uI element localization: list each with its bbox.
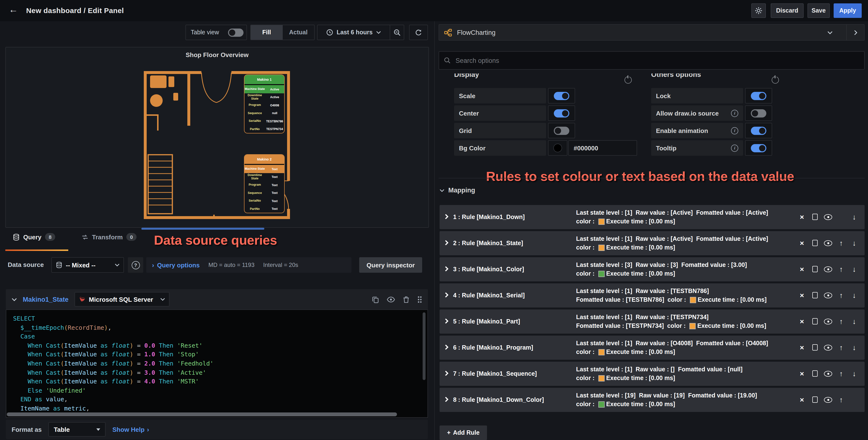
rule-row[interactable]: 3 : Rule [Makino1_Color]Last state level… <box>440 257 865 281</box>
panel-resize-indicator[interactable] <box>142 228 264 230</box>
rule-row[interactable]: 8 : Rule [Makino1_Down_Color]Last state … <box>440 388 865 412</box>
chevron-right-icon[interactable] <box>444 318 449 324</box>
query-datasource-select[interactable]: Microsoft SQL Server <box>74 292 169 307</box>
rule-row[interactable]: 5 : Rule [Makino1_Part]Last state level … <box>440 309 865 334</box>
toggle-lock[interactable] <box>745 88 772 103</box>
actual-option[interactable]: Actual <box>282 25 314 40</box>
query-name[interactable]: Makino1_State <box>23 296 68 303</box>
move-up-icon[interactable]: ↑ <box>835 318 848 325</box>
move-down-icon[interactable]: ↓ <box>848 318 861 325</box>
move-up-icon[interactable]: ↑ <box>835 344 848 351</box>
clone-rule-icon[interactable] <box>808 318 822 325</box>
delete-rule-icon[interactable]: × <box>795 213 808 221</box>
duplicate-query-icon[interactable] <box>372 296 379 303</box>
hide-rule-icon[interactable] <box>822 292 835 299</box>
clone-rule-icon[interactable] <box>808 344 822 351</box>
move-up-icon[interactable]: ↑ <box>835 370 848 377</box>
time-range-picker[interactable]: Last 6 hours <box>317 29 390 36</box>
zoom-out-button[interactable] <box>390 29 404 36</box>
sql-editor[interactable]: SELECT $__timeEpoch(RecordTime), Case Wh… <box>6 309 428 418</box>
editor-vertical-scrollbar[interactable] <box>423 312 426 380</box>
query-options-link[interactable]: › Query options <box>152 261 200 269</box>
rule-row[interactable]: 7 : Rule [Makino1_Sequence]Last state le… <box>440 362 865 386</box>
hide-rule-icon[interactable] <box>822 344 835 351</box>
hide-query-icon[interactable] <box>387 296 395 302</box>
visualization-picker[interactable]: FlowCharting <box>439 24 865 41</box>
clone-rule-icon[interactable] <box>808 213 822 221</box>
move-down-icon[interactable]: ↓ <box>848 344 861 351</box>
toggle-grid[interactable] <box>548 123 575 138</box>
discard-button[interactable]: Discard <box>771 3 804 18</box>
datasource-help-button[interactable]: ? <box>128 257 143 273</box>
delete-query-icon[interactable] <box>403 296 409 303</box>
toggle-enable-animation[interactable] <box>745 123 772 138</box>
search-input[interactable] <box>455 56 859 65</box>
mapping-section-header[interactable]: Mapping <box>440 187 475 194</box>
move-up-icon[interactable]: ↑ <box>835 292 848 299</box>
fill-option[interactable]: Fill <box>251 25 282 40</box>
hide-rule-icon[interactable] <box>822 266 835 273</box>
format-as-select[interactable]: Table <box>49 422 105 437</box>
chevron-right-icon[interactable] <box>444 292 449 298</box>
clone-rule-icon[interactable] <box>808 266 822 273</box>
hide-rule-icon[interactable] <box>822 213 835 221</box>
delete-rule-icon[interactable]: × <box>795 318 808 325</box>
save-button[interactable]: Save <box>807 3 830 18</box>
hide-rule-icon[interactable] <box>822 396 835 403</box>
rule-row[interactable]: 2 : Rule [Makino1_State]Last state level… <box>440 231 865 255</box>
back-arrow-icon[interactable]: ← <box>9 4 18 15</box>
move-up-icon[interactable]: ↑ <box>835 266 848 273</box>
bg-color-swatch[interactable] <box>548 140 567 156</box>
move-up-icon[interactable]: ↑ <box>835 239 848 246</box>
clone-rule-icon[interactable] <box>808 292 822 299</box>
power-icon[interactable] <box>772 76 779 83</box>
power-icon[interactable] <box>624 76 632 83</box>
chevron-right-icon[interactable] <box>444 397 449 402</box>
move-down-icon[interactable]: ↓ <box>848 370 861 377</box>
move-down-icon[interactable]: ↓ <box>848 213 861 221</box>
rule-row[interactable]: 1 : Rule [Makino1_Down]Last state level … <box>440 205 865 229</box>
hide-rule-icon[interactable] <box>822 370 835 377</box>
query-inspector-button[interactable]: Query inspector <box>359 257 422 273</box>
rule-row[interactable]: 4 : Rule [Makino1_Serial]Last state leve… <box>440 283 865 307</box>
toggle-scale[interactable] <box>548 88 575 103</box>
toggle-allow-draw-io-source[interactable] <box>745 105 772 121</box>
clone-rule-icon[interactable] <box>808 396 822 403</box>
delete-rule-icon[interactable]: × <box>795 396 808 403</box>
refresh-button[interactable] <box>409 25 428 40</box>
chevron-right-icon[interactable] <box>444 370 449 376</box>
move-down-icon[interactable]: ↓ <box>848 239 861 246</box>
delete-rule-icon[interactable]: × <box>795 266 808 273</box>
delete-rule-icon[interactable]: × <box>795 370 808 377</box>
delete-rule-icon[interactable]: × <box>795 344 808 351</box>
chevron-right-icon[interactable] <box>444 266 449 272</box>
toggle-tooltip[interactable] <box>745 140 772 156</box>
show-help-link[interactable]: Show Help › <box>112 426 149 433</box>
add-rule-button[interactable]: + Add Rule <box>440 426 487 440</box>
delete-rule-icon[interactable]: × <box>795 292 808 299</box>
move-down-icon[interactable]: ↓ <box>848 266 861 273</box>
move-up-icon[interactable]: ↑ <box>835 396 848 403</box>
datasource-select[interactable]: -- Mixed -- <box>51 257 124 273</box>
tab-transform[interactable]: Transform 0 <box>81 233 137 241</box>
drag-handle-icon[interactable] <box>417 296 422 303</box>
chevron-right-icon[interactable] <box>444 344 449 350</box>
clone-rule-icon[interactable] <box>808 370 822 377</box>
tab-query[interactable]: Query 8 <box>12 233 56 241</box>
chevron-right-icon[interactable] <box>444 240 449 246</box>
chevron-down-icon[interactable] <box>11 297 17 302</box>
delete-rule-icon[interactable]: × <box>795 239 808 246</box>
rule-row[interactable]: 6 : Rule [Makino1_Program]Last state lev… <box>440 336 865 360</box>
clone-rule-icon[interactable] <box>808 239 822 246</box>
collapse-pane-button[interactable] <box>846 25 864 40</box>
hide-rule-icon[interactable] <box>822 318 835 325</box>
bg-color-input[interactable]: #000000 <box>568 140 637 156</box>
table-view-toggle[interactable] <box>228 28 244 36</box>
hide-rule-icon[interactable] <box>822 239 835 246</box>
apply-button[interactable]: Apply <box>834 3 862 18</box>
chevron-right-icon[interactable] <box>444 214 449 219</box>
move-down-icon[interactable]: ↓ <box>848 292 861 299</box>
editor-horizontal-scrollbar[interactable] <box>7 412 397 416</box>
panel-settings-button[interactable] <box>751 3 766 18</box>
toggle-center[interactable] <box>548 105 575 121</box>
